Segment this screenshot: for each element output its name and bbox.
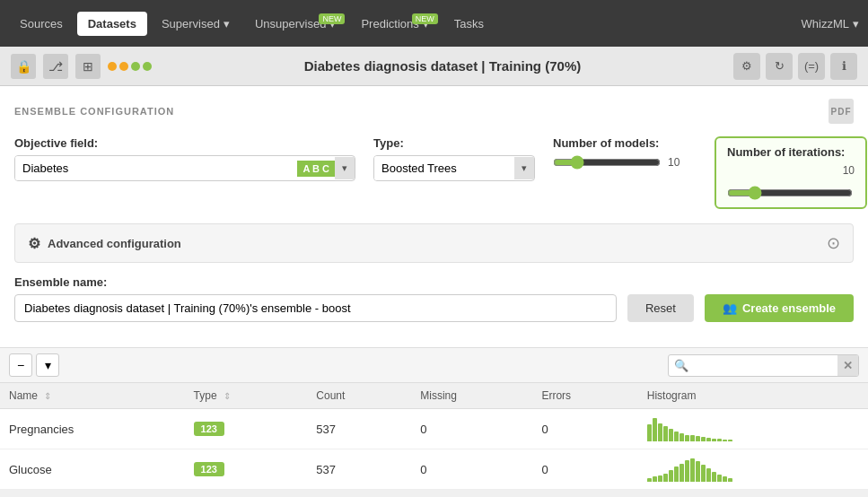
cell-count: 537: [307, 449, 411, 490]
search-clear-button[interactable]: ✕: [837, 355, 858, 376]
ensemble-name-label: Ensemble name:: [14, 275, 854, 289]
ensemble-name-input[interactable]: [14, 294, 617, 322]
advanced-config-label: Advanced configuration: [48, 237, 181, 250]
histogram-bar: [728, 440, 732, 441]
ensemble-name-row: Reset 👥 Create ensemble: [14, 294, 854, 322]
config-fields-row: Objective field: Diabetes A B C ▾ Type: …: [14, 136, 854, 209]
histogram-bar: [653, 476, 657, 482]
col-missing-header: Missing: [411, 383, 532, 409]
histogram-bar: [679, 433, 684, 441]
reset-button[interactable]: Reset: [627, 294, 694, 322]
cell-errors: 0: [532, 409, 637, 449]
histogram-bar: [685, 460, 689, 482]
table-toolbar-left: − ▾: [9, 353, 59, 377]
histogram-bar: [706, 468, 711, 482]
search-input[interactable]: [694, 355, 837, 375]
histogram-bar: [647, 424, 652, 441]
cell-name: Pregnancies: [0, 409, 185, 449]
search-icon[interactable]: 🔍: [669, 355, 694, 376]
predictions-badge: NEW: [412, 13, 438, 24]
histogram-bar: [685, 435, 689, 441]
type-value: Boosted Trees: [374, 156, 514, 180]
ensemble-config-section: ENSEMBLE CONFIGURATION PDF Objective fie…: [0, 86, 868, 347]
settings-icon[interactable]: ⚙: [733, 53, 760, 80]
histogram-bar: [663, 474, 668, 482]
objective-value: Diabetes: [15, 156, 297, 180]
expand-button[interactable]: ▾: [36, 353, 59, 377]
schema-icon[interactable]: ⎇: [43, 54, 68, 79]
table-row: Glucose12353700: [0, 449, 868, 490]
type-dropdown-arrow[interactable]: ▾: [514, 157, 534, 179]
objective-dropdown-arrow[interactable]: ▾: [335, 157, 355, 179]
iterations-value: 10: [727, 164, 855, 177]
nav-tasks[interactable]: Tasks: [443, 12, 495, 36]
type-select[interactable]: Boosted Trees ▾: [373, 155, 535, 181]
type-badge: 123: [194, 422, 224, 436]
info-icon[interactable]: ℹ: [830, 53, 857, 80]
table-toolbar: − ▾ 🔍 ✕: [0, 348, 868, 383]
col-type-header[interactable]: Type ⇕: [185, 383, 308, 409]
type-field-group: Type: Boosted Trees ▾: [373, 136, 535, 181]
histogram-bar: [658, 423, 662, 441]
histogram-bar: [653, 418, 657, 441]
create-ensemble-label: Create ensemble: [742, 301, 836, 315]
models-slider-row: 10: [553, 155, 697, 170]
nav-predictions[interactable]: Predictions ▾ NEW: [350, 12, 439, 36]
cell-type: 123: [185, 449, 308, 490]
histogram-bar: [728, 478, 732, 482]
create-ensemble-button[interactable]: 👥 Create ensemble: [705, 294, 854, 322]
models-value: 10: [668, 156, 679, 169]
unsupervised-badge: NEW: [319, 13, 345, 24]
objective-select[interactable]: Diabetes A B C ▾: [14, 155, 355, 181]
nav-unsupervised-label: Unsupervised: [255, 17, 327, 31]
search-wrapper: 🔍 ✕: [668, 354, 859, 377]
toolbar: 🔒 ⎇ ⊞ Diabetes diagnosis dataset | Train…: [0, 47, 868, 86]
create-ensemble-icon: 👥: [723, 301, 737, 315]
nav-datasets[interactable]: Datasets: [77, 12, 147, 36]
nav-datasets-label: Datasets: [88, 17, 136, 31]
cell-type: 123: [185, 409, 308, 449]
histogram-bar: [647, 478, 652, 482]
nav-sources[interactable]: Sources: [9, 12, 74, 36]
nav-predictions-label: Predictions: [361, 17, 418, 31]
histogram-bar: [712, 439, 716, 441]
cell-count: 537: [307, 409, 411, 449]
dot-1: [108, 62, 117, 71]
cell-errors: 0: [532, 449, 637, 490]
nav-unsupervised[interactable]: Unsupervised ▾ NEW: [244, 12, 347, 36]
histogram-bar: [663, 426, 668, 441]
cell-histogram: [638, 409, 868, 449]
nav-brand[interactable]: WhizzML ▾: [802, 17, 859, 31]
objective-field-group: Objective field: Diabetes A B C ▾: [14, 136, 355, 181]
refresh-icon[interactable]: ↻: [766, 53, 793, 80]
type-badge: 123: [194, 462, 224, 476]
formula-icon[interactable]: (=): [798, 53, 825, 80]
histogram-bar: [669, 470, 673, 482]
iterations-field-group: Number of iterations: 10: [715, 136, 867, 209]
advanced-config-toggle[interactable]: ⚙ Advanced configuration ⊙: [14, 223, 854, 263]
advanced-config-label-group: ⚙ Advanced configuration: [28, 235, 181, 252]
pdf-download-button[interactable]: PDF: [829, 99, 854, 124]
brand-label: WhizzML: [802, 17, 849, 31]
advanced-gear-icon: ⚙: [28, 235, 40, 252]
cell-missing: 0: [411, 449, 532, 490]
collapse-button[interactable]: −: [9, 353, 32, 377]
data-table-section: − ▾ 🔍 ✕ Name ⇕ Type ⇕ Count Missing Erro…: [0, 347, 868, 490]
brand-dropdown-icon: ▾: [853, 17, 859, 31]
col-histogram-header: Histogram: [638, 383, 868, 409]
lock-icon[interactable]: 🔒: [11, 54, 36, 79]
col-errors-header: Errors: [532, 383, 637, 409]
type-sort-icon: ⇕: [224, 391, 231, 401]
dataset-title: Diabetes diagnosis dataset | Training (7…: [159, 58, 726, 74]
models-slider[interactable]: [553, 155, 661, 170]
iterations-slider[interactable]: [727, 186, 853, 200]
nav-supervised[interactable]: Supervised ▾: [151, 12, 241, 36]
histogram-chart: [647, 416, 859, 441]
histogram-bar: [690, 458, 695, 482]
dot-2: [119, 62, 128, 71]
supervised-dropdown-icon: ▾: [224, 17, 230, 31]
ensemble-name-section: Ensemble name: Reset 👥 Create ensemble: [14, 275, 854, 322]
config-icon[interactable]: ⊞: [75, 54, 101, 79]
histogram-bar: [658, 475, 662, 482]
col-name-header[interactable]: Name ⇕: [0, 383, 185, 409]
